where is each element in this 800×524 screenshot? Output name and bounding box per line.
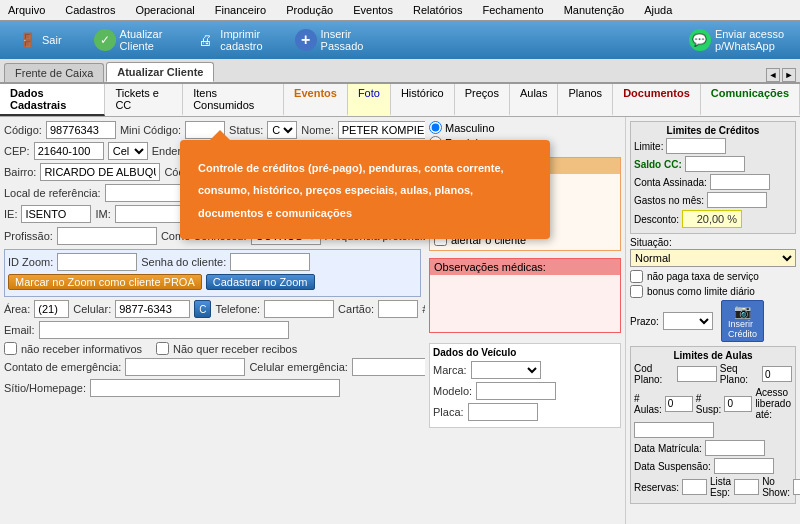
situacao-label: Situação: (630, 237, 796, 248)
tab-eventos[interactable]: Eventos (284, 84, 348, 116)
tab-precos[interactable]: Preços (455, 84, 510, 116)
row-checkboxes: não receber informativos Não quer recebe… (4, 342, 421, 355)
saldo-cc-label: Saldo CC: (634, 159, 682, 170)
contato-emergencia-input[interactable] (125, 358, 245, 376)
menu-relatorios[interactable]: Relatórios (409, 2, 467, 18)
email-label: Email: (4, 324, 35, 336)
atualizar-cliente-button[interactable]: ✓ AtualizarCliente (86, 25, 171, 55)
data-suspensao-input[interactable] (714, 458, 774, 474)
sair-button[interactable]: 🚪 Sair (8, 26, 70, 54)
conta-assinada-label: Conta Assinada: (634, 177, 707, 188)
menu-bar: Arquivo Cadastros Operacional Financeiro… (0, 0, 800, 21)
senha-input[interactable] (230, 253, 310, 271)
sitio-input[interactable] (90, 379, 340, 397)
ie-input[interactable] (21, 205, 91, 223)
c-button[interactable]: C (194, 300, 211, 318)
sitio-label: Sítio/Homepage: (4, 382, 86, 394)
telefone-input[interactable] (264, 300, 334, 318)
data-matricula-input[interactable] (705, 440, 765, 456)
seq-plano-input[interactable] (762, 366, 792, 382)
area-input[interactable] (34, 300, 69, 318)
limite-input[interactable] (666, 138, 726, 154)
print-icon: 🖨 (194, 29, 216, 51)
atualizar-cliente-tab[interactable]: Atualizar Cliente (106, 62, 214, 82)
cep-input[interactable] (34, 142, 104, 160)
gastos-mes-input[interactable] (707, 192, 767, 208)
celular-emergencia-input[interactable] (352, 358, 425, 376)
whatsapp-section: 💬 Enviar acessop/WhatsApp (681, 25, 792, 55)
cel-select[interactable]: Cel (108, 142, 148, 160)
tab-historico[interactable]: Histórico (391, 84, 455, 116)
celular-input[interactable] (115, 300, 190, 318)
prazo-label: Prazo: (630, 316, 659, 327)
no-show-input[interactable] (793, 479, 800, 495)
aulas-label: # Aulas: (634, 393, 662, 415)
modelo-input[interactable] (476, 382, 556, 400)
inserir-passado-button[interactable]: + InserirPassado (287, 25, 372, 55)
menu-producao[interactable]: Produção (282, 2, 337, 18)
tab-itens-consumidos[interactable]: Itens Consumidos (183, 84, 284, 116)
imprimir-cadastro-button[interactable]: 🖨 Imprimircadastro (186, 25, 270, 55)
menu-operacional[interactable]: Operacional (131, 2, 198, 18)
nao-paga-taxa-checkbox[interactable] (630, 270, 643, 283)
nome-input[interactable] (338, 121, 425, 139)
nao-paga-taxa-label: não paga taxa de serviço (647, 271, 759, 282)
tab-aulas[interactable]: Aulas (510, 84, 559, 116)
limites-aulas-section: Limites de Aulas Cod Plano: Seq Plano: #… (630, 346, 796, 504)
tab-planos[interactable]: Planos (558, 84, 613, 116)
menu-ajuda[interactable]: Ajuda (640, 2, 676, 18)
nao-quer-recibos-checkbox[interactable] (156, 342, 169, 355)
bonus-limite-checkbox[interactable] (630, 285, 643, 298)
row-saldo-cc: Saldo CC: (634, 156, 792, 172)
limites-aulas-title: Limites de Aulas (634, 350, 792, 361)
status-select[interactable]: C (267, 121, 297, 139)
inserir-credito-button[interactable]: 📷 InserirCrédito (721, 300, 764, 342)
cod-plano-label: Cod Plano: (634, 363, 674, 385)
tab-foto[interactable]: Foto (348, 84, 391, 116)
nav-prev-arrow[interactable]: ◄ (766, 68, 780, 82)
marcar-zoom-button[interactable]: Marcar no Zoom como cliente PROA (8, 274, 202, 290)
aulas-input[interactable] (665, 396, 693, 412)
whatsapp-button[interactable]: 💬 Enviar acessop/WhatsApp (681, 25, 792, 55)
obs-medicas-textarea[interactable] (430, 275, 620, 330)
menu-manutencao[interactable]: Manutenção (560, 2, 629, 18)
profissao-input[interactable] (57, 227, 157, 245)
reservas-input[interactable] (682, 479, 707, 495)
nao-receber-informativos-checkbox[interactable] (4, 342, 17, 355)
cod-plano-input[interactable] (677, 366, 717, 382)
bairro-input[interactable] (40, 163, 160, 181)
cadastrar-zoom-button[interactable]: Cadastrar no Zoom (206, 274, 315, 290)
menu-cadastros[interactable]: Cadastros (61, 2, 119, 18)
row-sitio: Sítio/Homepage: (4, 379, 421, 397)
placa-input[interactable] (468, 403, 538, 421)
prazo-select[interactable] (663, 312, 713, 330)
menu-arquivo[interactable]: Arquivo (4, 2, 49, 18)
lista-esp-input[interactable] (734, 479, 759, 495)
menu-fechamento[interactable]: Fechamento (479, 2, 548, 18)
menu-financeiro[interactable]: Financeiro (211, 2, 270, 18)
codigo-label: Código: (4, 124, 42, 136)
frente-de-caixa-tab[interactable]: Frente de Caixa (4, 63, 104, 82)
conta-assinada-input[interactable] (710, 174, 770, 190)
susp-input[interactable] (724, 396, 752, 412)
codigo-input[interactable] (46, 121, 116, 139)
row-gastos-mes: Gastos no mês: (634, 192, 792, 208)
nav-next-arrow[interactable]: ► (782, 68, 796, 82)
id-zoom-input[interactable] (57, 253, 137, 271)
situacao-select[interactable]: Normal (630, 249, 796, 267)
row-acesso (634, 422, 792, 438)
marca-select[interactable] (471, 361, 541, 379)
cartao-input[interactable] (378, 300, 418, 318)
tab-tickets-cc[interactable]: Tickets e CC (105, 84, 183, 116)
menu-eventos[interactable]: Eventos (349, 2, 397, 18)
lista-esp-label: Lista Esp: (710, 476, 731, 498)
saldo-cc-input[interactable] (685, 156, 745, 172)
tab-dados-cadastrais[interactable]: Dados Cadastrais (0, 84, 105, 116)
acesso-input[interactable] (634, 422, 714, 438)
email-input[interactable] (39, 321, 289, 339)
tab-comunicacoes[interactable]: Comunicações (701, 84, 800, 116)
tab-documentos[interactable]: Documentos (613, 84, 701, 116)
gastos-mes-label: Gastos no mês: (634, 195, 704, 206)
im-input[interactable] (115, 205, 185, 223)
radio-masculino[interactable] (429, 121, 442, 134)
